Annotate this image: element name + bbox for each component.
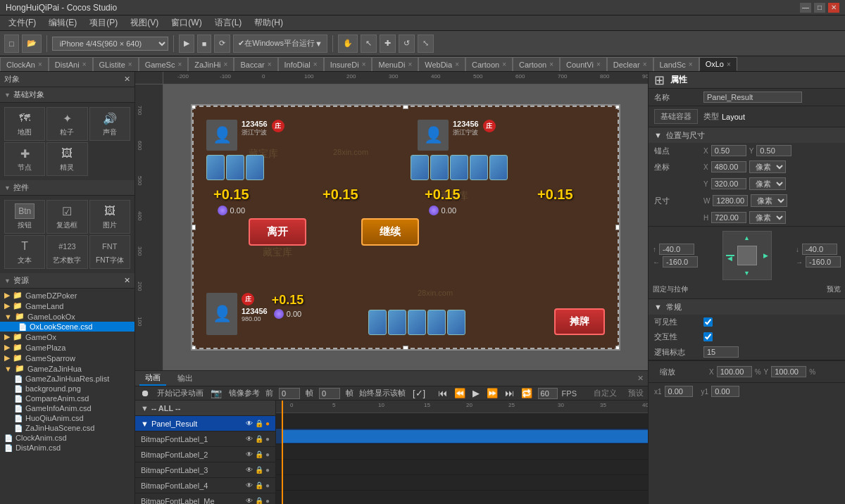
tl-track-panel-result[interactable]	[276, 429, 648, 444]
tl-bitmap4[interactable]: BitmapFontLabel_4 👁 🔒 ●	[135, 478, 275, 493]
res-distanim[interactable]: 📄 DistAnim.csd	[0, 443, 134, 453]
tab-webdia[interactable]: WebDia×	[418, 57, 465, 71]
res-clockanim[interactable]: 📄 ClockAnim.csd	[0, 433, 134, 443]
close-icon[interactable]: ×	[82, 61, 87, 68]
tab-insuredi[interactable]: InsureDi×	[324, 57, 373, 71]
panel-close-icon[interactable]: ✕	[124, 75, 130, 84]
visibility-icon4[interactable]: 👁	[246, 466, 253, 474]
lock-icon4[interactable]: 🔒	[255, 466, 263, 474]
device-selector[interactable]: iPhone 4/4S(960 × 640)	[52, 37, 168, 51]
tl-track-bitmap4[interactable]	[276, 491, 648, 504]
timeline-tracks[interactable]: 0 5 10 15 20 25 30 35 40 45 50 55	[276, 401, 648, 504]
close-icon[interactable]: ×	[689, 61, 693, 68]
margin-top-input[interactable]	[659, 244, 694, 255]
scale-tool[interactable]: ⤡	[418, 34, 434, 53]
move-tool[interactable]: ✚	[380, 34, 396, 53]
close-resources[interactable]: ✕	[124, 276, 130, 285]
margin-left-input[interactable]	[663, 256, 698, 267]
tab-declear[interactable]: Declear×	[607, 57, 653, 71]
tab-glistite[interactable]: GListite×	[93, 57, 139, 71]
res-compareanim[interactable]: 📄 CompareAnim.csd	[0, 393, 134, 403]
handle-bm[interactable]	[403, 346, 408, 351]
res-huoqiuanim[interactable]: 📄 HuoQiuAnim.csd	[0, 413, 134, 423]
anim-tab-output[interactable]: 输出	[172, 372, 199, 385]
menu-project[interactable]: 项目(P)	[84, 15, 123, 30]
handle-tr[interactable]	[615, 104, 620, 109]
lock-icon6[interactable]: 🔒	[255, 497, 263, 504]
step-forward[interactable]: ⏩	[485, 386, 499, 400]
res-zajinhuascene[interactable]: 📄 ZaJinHuaScene.csd	[0, 423, 134, 433]
obj-particle[interactable]: ✦ 粒子	[46, 107, 87, 141]
menu-window[interactable]: 窗口(W)	[165, 15, 207, 30]
position-size-header[interactable]: ▼ 位置与尺寸	[649, 127, 845, 143]
tab-landsc[interactable]: LandSc×	[653, 57, 699, 71]
ctrl-button[interactable]: Btn 按钮	[4, 200, 45, 234]
obj-sprite[interactable]: 🖼 精灵	[46, 142, 87, 176]
res-zjhres[interactable]: 📄 GameZaJinHuaRes.plist	[0, 374, 134, 384]
close-icon[interactable]: ×	[643, 61, 647, 68]
tab-zajinhi[interactable]: ZaJinHi×	[188, 57, 234, 71]
tab-cartoon2[interactable]: Cartoon×	[513, 57, 560, 71]
dot-icon2[interactable]: ●	[265, 435, 270, 443]
handle-bl[interactable]	[191, 346, 196, 351]
res-gameland[interactable]: ▶ 📁 GameLand	[0, 301, 134, 311]
skip-to-start[interactable]: ⏮	[437, 386, 449, 400]
visibility-icon5[interactable]: 👁	[246, 481, 253, 489]
run-platform-button[interactable]: ✔ 在Windows平台运行 ▼	[233, 34, 327, 53]
pos-y-unit-select[interactable]: 像素	[749, 177, 786, 190]
res-gamelookox[interactable]: ▼ 📁 GameLookOx	[0, 311, 134, 322]
tab-distani[interactable]: DistAni×	[49, 57, 93, 71]
handle-mr[interactable]	[615, 225, 620, 230]
play-button[interactable]: ▶	[179, 34, 194, 53]
size-w-unit-select[interactable]: 像素	[751, 194, 787, 207]
tab-baccar[interactable]: Baccar×	[234, 57, 277, 71]
playhead[interactable]	[282, 401, 283, 504]
menu-edit[interactable]: 编辑(E)	[43, 15, 82, 30]
close-icon[interactable]: ×	[596, 61, 601, 68]
step-back[interactable]: ⏪	[453, 386, 467, 400]
tl-bitmap1[interactable]: BitmapFontLabel_1 👁 🔒 ●	[135, 431, 275, 447]
anchor-y-input[interactable]	[756, 145, 791, 156]
camera-reference-button[interactable]: 📷	[209, 386, 223, 400]
lock-icon2[interactable]: 🔒	[255, 435, 263, 443]
tag-input[interactable]	[703, 346, 739, 358]
tl-track-all[interactable]	[276, 413, 648, 429]
close-icon[interactable]: ×	[408, 61, 412, 68]
toggle-always-show[interactable]: [✓]	[411, 386, 427, 400]
play-anim[interactable]: ▶	[471, 386, 481, 400]
close-icon[interactable]: ×	[313, 61, 318, 68]
visibility-icon3[interactable]: 👁	[246, 451, 253, 458]
size-h-input[interactable]	[711, 212, 746, 223]
resources-header[interactable]: ▼ 资源 ✕	[0, 273, 134, 289]
tl-panel-result[interactable]: ▼ Panel_Result 👁 🔒 ●	[135, 416, 275, 431]
margin-bottom-input[interactable]	[802, 244, 837, 255]
close-icon[interactable]: ×	[268, 61, 272, 68]
tab-menudi[interactable]: MenuDi×	[372, 57, 418, 71]
general-header[interactable]: ▼ 常规	[649, 299, 845, 315]
handle-tl[interactable]	[191, 104, 196, 109]
preview-label[interactable]: 预览	[827, 284, 841, 294]
visibility-icon6[interactable]: 👁	[246, 497, 253, 504]
ctrl-fnt[interactable]: FNT FNT字体	[89, 235, 130, 269]
tl-bitmap3[interactable]: BitmapFontLabel_3 👁 🔒 ●	[135, 462, 275, 478]
handle-tm[interactable]	[403, 104, 408, 109]
handle-br[interactable]	[615, 346, 620, 351]
tab-cartoon1[interactable]: Cartoon×	[465, 57, 513, 71]
lock-icon3[interactable]: 🔒	[255, 451, 263, 458]
basic-objects-header[interactable]: ▼ 基础对象	[0, 87, 134, 103]
tab-clockan[interactable]: ClockAn×	[0, 57, 49, 71]
scale-x-input[interactable]	[717, 366, 752, 377]
visible-checkbox[interactable]	[703, 317, 713, 327]
game-canvas[interactable]: 藏宝库 28xin.com 藏宝库 藏宝库 28xin.com 👤 123456…	[191, 104, 620, 351]
scale-y-input[interactable]	[771, 366, 806, 377]
anim-panel-close[interactable]: ✕	[637, 374, 644, 383]
res-gameinfoanim[interactable]: 📄 GameInfoAnim.csd	[0, 403, 134, 413]
canvas-background[interactable]: 藏宝库 28xin.com 藏宝库 藏宝库 28xin.com 👤 123456…	[163, 84, 648, 370]
close-icon[interactable]: ×	[177, 61, 182, 68]
dot-icon3[interactable]: ●	[265, 451, 270, 458]
y1-input[interactable]	[711, 386, 739, 397]
leave-button[interactable]: 离开	[249, 218, 306, 246]
lock-icon5[interactable]: 🔒	[255, 481, 263, 489]
ctrl-image[interactable]: 🖼 图片	[89, 200, 130, 234]
tab-infodial[interactable]: InfoDial×	[278, 57, 324, 71]
